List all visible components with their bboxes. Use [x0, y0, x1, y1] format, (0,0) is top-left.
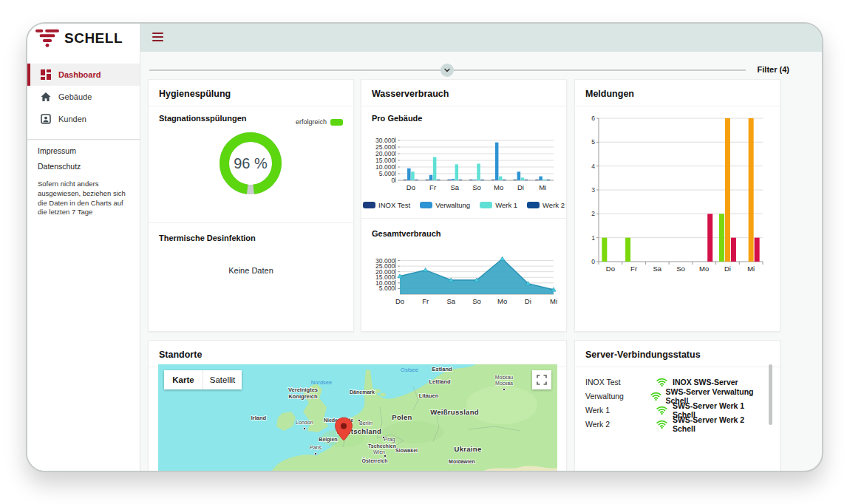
chart-label: Mo [699, 265, 709, 273]
chart-label: Sa [653, 265, 661, 273]
sidebar-item-kunden[interactable]: Kunden [27, 108, 140, 130]
bar-segment [459, 180, 463, 180]
chart-label: Fr [422, 297, 429, 305]
legend-swatch [480, 202, 492, 208]
map-label: Belgien [319, 437, 337, 443]
server-rows: INOX Test INOX SWS-Server Verwaltung SWS… [575, 367, 780, 431]
card-title: Meldungen [575, 80, 780, 106]
map-button-satellit[interactable]: Satellit [203, 370, 242, 389]
bar-segment [429, 175, 433, 180]
legend-label: Verwaltung [435, 201, 470, 209]
wifi-arc [657, 378, 667, 381]
sidebar-item-dashboard[interactable]: Dashboard [27, 64, 140, 86]
bar-segment [473, 180, 477, 180]
chart-label: Do [407, 183, 415, 191]
bar-segment [477, 164, 480, 181]
server-name: INOX SWS-Server [673, 378, 738, 386]
legend-label: INOX Test [378, 201, 410, 209]
map-label: Dänemark [350, 389, 375, 395]
app-window: SCHELL Dashboard Gebäude [26, 22, 823, 472]
legend-item: Werk 1 [480, 201, 517, 209]
city-dot [382, 436, 384, 438]
card-section-divider [361, 218, 566, 219]
chart-label: 4 [591, 163, 595, 170]
map-button-karte[interactable]: Karte [164, 370, 203, 389]
bar-segment [415, 180, 418, 180]
data-marker [500, 256, 504, 260]
map-label: Moldawien [449, 459, 475, 464]
map-label: Österreich [361, 457, 387, 463]
schell-logo-icon [35, 29, 59, 48]
wifi-arc [661, 426, 664, 426]
city-dot [303, 427, 305, 429]
legend-swatch [420, 202, 432, 208]
map-label: Estland [432, 366, 452, 372]
scrollbar-thumb[interactable] [769, 364, 772, 425]
hamburger-menu-icon[interactable] [152, 33, 163, 44]
chart-label: 30.000l [375, 137, 396, 144]
card-wasserverbrauch: Wasserverbrauch Pro Gebäude 0l5.000l10.0… [361, 79, 567, 332]
map-canvas[interactable]: Karte Satellit [158, 364, 557, 472]
chart-label: 6 [591, 115, 595, 122]
chart-label: So [676, 265, 685, 273]
wifi-arc [659, 409, 664, 410]
chart-label: Mi [550, 297, 557, 305]
bar-segment [407, 168, 411, 180]
bar-segment [411, 171, 415, 180]
site-name: Werk 1 [585, 406, 656, 415]
collapse-filters-button[interactable] [440, 64, 454, 77]
chart-label: So [472, 183, 481, 191]
wifi-arc [657, 406, 667, 409]
map-label: Paris [310, 445, 322, 450]
chart-label: So [472, 297, 481, 305]
chart-label: 0 [591, 258, 595, 265]
link-impressum[interactable]: Impressum [27, 140, 140, 155]
chart-label: 30.000l [375, 257, 396, 265]
wifi-dot [656, 398, 657, 400]
chart-label: Mi [747, 265, 755, 273]
bar-segment [755, 238, 760, 262]
fullscreen-button[interactable] [532, 370, 551, 389]
sidebar-item-gebaeude[interactable]: Gebäude [27, 86, 140, 108]
bar-segment [547, 180, 551, 180]
wifi-signal-icon [656, 378, 667, 386]
bar-segment [503, 180, 506, 180]
map-label: Berlin [359, 420, 373, 426]
bar-segment [719, 214, 724, 262]
bar-segment [469, 180, 473, 180]
data-marker [423, 268, 427, 271]
map-island [380, 393, 386, 397]
wifi-arc [653, 395, 659, 396]
sidebar-item-label: Dashboard [58, 70, 101, 79]
filter-button[interactable]: Filter (4) [758, 65, 789, 74]
wifi-arc [655, 398, 658, 398]
bar-segment [707, 214, 712, 262]
bar-segment [725, 118, 730, 262]
bar-segment [517, 171, 521, 180]
location-pin-center [341, 423, 347, 429]
wifi-arc [657, 420, 667, 423]
bar-segment [542, 180, 546, 180]
wifi-icon [656, 420, 673, 429]
card-title: Server-Verbindungsstatus [575, 341, 780, 367]
map-label: Königreich [288, 393, 318, 400]
map-label: Vereinigtes [288, 386, 318, 393]
area-fill [400, 259, 554, 294]
bar-segment [480, 180, 484, 180]
bar-segment [731, 238, 736, 262]
bar-segment [535, 180, 539, 180]
stagnation-donut-chart: 96 % [217, 130, 284, 200]
customers-icon [41, 114, 51, 124]
sidebar-item-label: Kunden [58, 115, 86, 123]
link-datenschutz[interactable]: Datenschutz [27, 155, 140, 171]
bar-segment [433, 157, 437, 181]
wifi-arc [661, 412, 664, 412]
chart-label: 96 % [234, 155, 268, 171]
card-meldungen: Meldungen 0123456DoFrSaSoMoDiMi [574, 79, 780, 332]
card-standorte: Standorte Karte Satellit [148, 340, 567, 472]
legend-item: INOX Test [363, 201, 410, 209]
wifi-arc [659, 423, 664, 424]
map-label: Wien [373, 449, 385, 454]
meldungen-bar-chart: 0123456DoFrSaSoMoDiMi [579, 111, 775, 285]
site-name: Verwaltung [585, 392, 650, 401]
